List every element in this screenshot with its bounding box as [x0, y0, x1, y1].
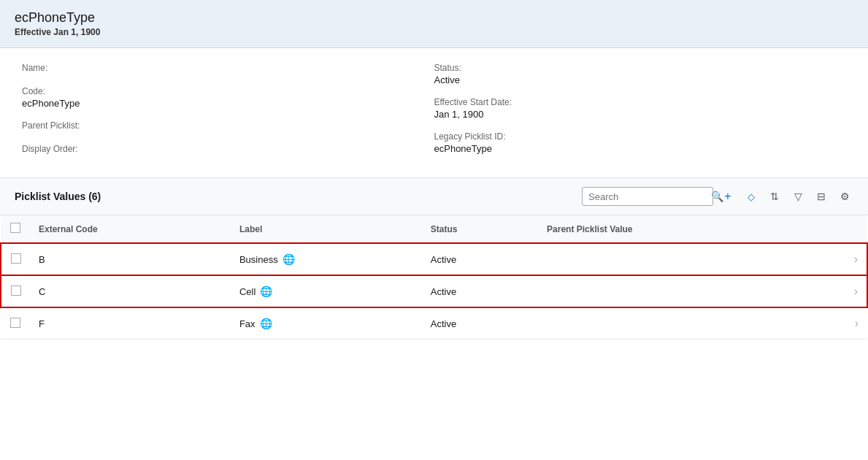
label-text: Cell	[239, 286, 256, 297]
parent-picklist-value-cell	[538, 243, 809, 275]
external-code-header: External Code	[30, 215, 231, 243]
effective-start-date-label: Effective Start Date:	[434, 97, 847, 107]
display-order-label: Display Order:	[22, 144, 434, 154]
row-checkbox-b[interactable]	[11, 253, 21, 264]
label-text: Business	[239, 254, 278, 265]
settings-icon[interactable]: ⚙	[836, 188, 853, 205]
status-label: Status:	[434, 63, 847, 73]
picklist-table: External Code Label Status Parent Pickli…	[0, 215, 868, 340]
row-checkbox-cell[interactable]	[1, 243, 30, 275]
effective-date: Effective Jan 1, 1900	[15, 27, 853, 37]
status-cell: Active	[422, 275, 538, 307]
picklist-section: Picklist Values (6) 🔍 + ◇ ⇅ ▽ ⊟ ⚙	[0, 177, 868, 460]
search-box[interactable]: 🔍	[582, 187, 713, 206]
effective-start-date-value: Jan 1, 1900	[434, 109, 847, 120]
display-order-field: Display Order:	[22, 144, 434, 156]
search-input[interactable]	[588, 191, 711, 202]
diamond-icon[interactable]: ◇	[742, 188, 760, 205]
page-title: ecPhoneType	[15, 10, 853, 26]
external-code-cell: B	[30, 243, 231, 275]
label-header: Label	[231, 215, 422, 243]
table-row[interactable]: F Fax 🌐 Active ›	[1, 307, 867, 340]
status-header: Status	[422, 215, 538, 243]
label-cell: Cell 🌐	[231, 275, 422, 307]
chevron-cell[interactable]: ›	[809, 307, 867, 340]
external-code-cell: C	[30, 275, 231, 307]
name-field: Name:	[22, 63, 434, 74]
parent-picklist-label: Parent Picklist:	[22, 120, 434, 131]
parent-picklist-field: Parent Picklist:	[22, 120, 434, 132]
legacy-picklist-id-field: Legacy Picklist ID: ecPhoneType	[434, 131, 847, 154]
label-cell: Business 🌐	[231, 243, 422, 275]
code-field: Code: ecPhoneType	[22, 86, 434, 109]
detail-left: Name: Code: ecPhoneType Parent Picklist:…	[22, 63, 434, 156]
columns-icon[interactable]: ⊟	[813, 188, 830, 205]
label-cell: Fax 🌐	[231, 307, 422, 340]
select-all-header[interactable]	[1, 215, 30, 243]
chevron-cell[interactable]: ›	[809, 243, 867, 275]
chevron-right-icon[interactable]: ›	[854, 253, 858, 265]
status-cell: Active	[422, 243, 538, 275]
globe-icon[interactable]: 🌐	[260, 318, 272, 329]
external-code-cell: F	[30, 307, 231, 340]
legacy-picklist-id-label: Legacy Picklist ID:	[434, 131, 847, 142]
detail-section: Name: Code: ecPhoneType Parent Picklist:…	[0, 48, 868, 170]
parent-picklist-value-header: Parent Picklist Value	[538, 215, 809, 243]
chevron-right-icon[interactable]: ›	[854, 285, 858, 297]
picklist-toolbar: 🔍 + ◇ ⇅ ▽ ⊟ ⚙	[582, 187, 853, 206]
label-text: Fax	[239, 318, 256, 329]
picklist-header: Picklist Values (6) 🔍 + ◇ ⇅ ▽ ⊟ ⚙	[0, 178, 868, 215]
header-section: ecPhoneType Effective Jan 1, 1900	[0, 0, 868, 48]
legacy-picklist-id-value: ecPhoneType	[434, 143, 847, 154]
globe-icon[interactable]: 🌐	[283, 253, 295, 265]
add-button[interactable]: +	[719, 188, 737, 205]
row-checkbox-cell[interactable]	[1, 307, 30, 340]
name-label: Name:	[22, 63, 434, 73]
chevron-right-icon[interactable]: ›	[855, 317, 859, 329]
row-checkbox-cell[interactable]	[1, 275, 30, 307]
parent-picklist-value-cell	[538, 307, 809, 340]
filter-icon[interactable]: ▽	[789, 188, 807, 205]
detail-right: Status: Active Effective Start Date: Jan…	[434, 63, 847, 156]
chevron-cell[interactable]: ›	[809, 275, 867, 307]
status-value: Active	[434, 74, 847, 85]
status-field: Status: Active	[434, 63, 847, 85]
table-row[interactable]: B Business 🌐 Active ›	[1, 243, 867, 275]
select-all-checkbox[interactable]	[10, 223, 20, 233]
effective-start-date-field: Effective Start Date: Jan 1, 1900	[434, 97, 847, 120]
parent-picklist-value-cell	[538, 275, 809, 307]
action-header	[809, 215, 867, 243]
sort-icon[interactable]: ⇅	[766, 188, 783, 205]
code-value: ecPhoneType	[22, 98, 434, 109]
table-header-row: External Code Label Status Parent Pickli…	[1, 215, 867, 243]
globe-icon[interactable]: 🌐	[260, 285, 272, 297]
picklist-title: Picklist Values (6)	[15, 191, 101, 202]
table-row[interactable]: C Cell 🌐 Active ›	[1, 275, 867, 307]
row-checkbox-c[interactable]	[11, 285, 21, 296]
status-cell: Active	[422, 307, 538, 340]
row-checkbox-f[interactable]	[10, 318, 20, 328]
page-container: ecPhoneType Effective Jan 1, 1900 Name: …	[0, 0, 868, 460]
code-label: Code:	[22, 86, 434, 96]
